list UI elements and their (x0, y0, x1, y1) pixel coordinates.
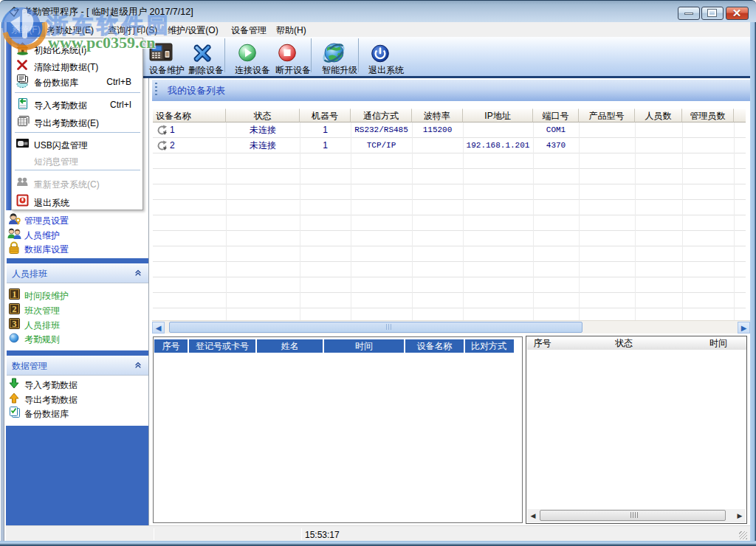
svg-text:3: 3 (13, 319, 17, 329)
svg-text:2: 2 (13, 304, 17, 314)
svg-text:1: 1 (13, 289, 17, 300)
